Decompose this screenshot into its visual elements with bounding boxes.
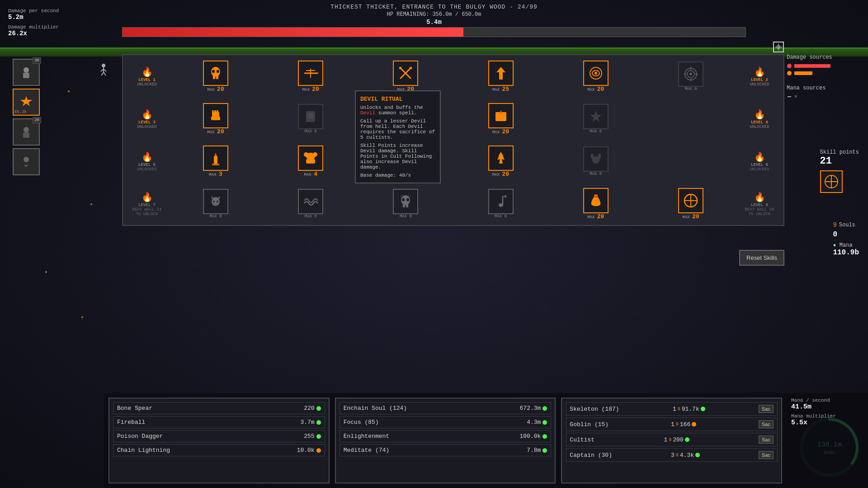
char-icon-1[interactable]: 30: [13, 59, 40, 86]
buffs-panel: Enchain Soul (124) 672.3m Focus (85) 4.3…: [335, 398, 556, 483]
minion-goblin[interactable]: Goblin (15) 19 166 Sac: [566, 418, 778, 431]
skill-cat-demon[interactable]: MAX 0: [169, 189, 262, 219]
cultist-dot: [685, 437, 689, 442]
level-6-unlock: 🔥 LEVEL 6 UNLOCKED: [739, 151, 780, 172]
skill-max-2: MAX 20: [302, 86, 319, 93]
fireball-dot: [316, 420, 321, 425]
focus-dot: [542, 420, 547, 425]
svg-point-85: [787, 71, 792, 75]
muscle-box[interactable]: [298, 145, 323, 171]
skill-starburst[interactable]: MAX 0: [549, 104, 642, 134]
ram-horns-box[interactable]: [583, 146, 609, 172]
skill-scroll[interactable]: MAX 0: [264, 104, 357, 134]
skill-crossbow[interactable]: MAX 20: [264, 61, 357, 93]
skill-max-ram: MAX 0: [590, 172, 602, 176]
dps-value: 5.2m: [8, 14, 59, 21]
minion-captain[interactable]: Captain (30) 39 4.3k Sac: [566, 448, 778, 462]
fist-box[interactable]: [203, 103, 228, 128]
svg-point-61: [304, 152, 308, 157]
cat-demon-box[interactable]: [203, 189, 228, 214]
reset-skills-button[interactable]: Reset Skills: [739, 250, 784, 266]
minion-skeleton[interactable]: Skeleton (187) 19 91.7k Sac: [566, 402, 778, 416]
mana-row: ● Mana: [833, 242, 859, 249]
skill-max-skull-ornate: MAX 0: [400, 214, 412, 219]
poison-dagger-dot: [316, 434, 321, 439]
spell-bone-spear[interactable]: Bone Spear 220: [113, 402, 325, 414]
crossbow-icon-box[interactable]: [298, 61, 323, 86]
enchain-soul-value: 672.3m: [520, 405, 547, 412]
spell-chain-lightning[interactable]: Chain Lightning 10.0k: [113, 444, 325, 456]
svg-rect-80: [594, 194, 598, 198]
musical-note-box[interactable]: [488, 189, 514, 214]
skill-muscle[interactable]: MAX 4: [264, 145, 357, 178]
meditate-name: Meditate (74): [344, 447, 389, 454]
skill-skull[interactable]: MAX 20: [169, 61, 262, 93]
skill-crossed-swords[interactable]: MAX 20: [359, 61, 452, 93]
skill-target[interactable]: MAX 0: [644, 61, 737, 91]
skill-circle-cross[interactable]: MAX 20: [644, 188, 737, 220]
skill-book-fire[interactable]: MAX 20: [454, 103, 547, 135]
char-icon-3[interactable]: 20: [13, 118, 40, 145]
focus-name: Focus (85): [344, 419, 379, 426]
skull-ornate-box[interactable]: [393, 189, 418, 214]
potion-box[interactable]: [583, 188, 609, 213]
fireball-name: Fireball: [117, 419, 145, 426]
top-header: THICKEST THICKET, ENTRANCE TO THE BULGY …: [0, 0, 868, 47]
focus-value: 4.3m: [527, 419, 547, 426]
left-panel: 30 65.2k 20: [13, 59, 49, 175]
goblin-dot: [692, 422, 696, 427]
minion-cultist[interactable]: Cultist 19 200 Sac: [566, 433, 778, 446]
svg-rect-76: [406, 204, 408, 207]
svg-point-34: [689, 73, 692, 75]
mana-multiplier-label: Mana multiplier: [791, 413, 863, 419]
svg-rect-26: [399, 67, 401, 69]
svg-point-77: [402, 198, 405, 202]
skill-flame-small[interactable]: MAX 20: [454, 145, 547, 178]
spell-poison-dagger[interactable]: Poison Dagger 255: [113, 430, 325, 442]
eye-circle-box[interactable]: [583, 61, 609, 86]
skill-candle[interactable]: MAX 3: [169, 145, 262, 178]
bottom-panels: Bone Spear 220 Fireball 3.7m Poison Dagg…: [104, 393, 787, 488]
scroll-box[interactable]: [298, 104, 323, 129]
char-icon-4[interactable]: [13, 148, 40, 175]
flame-small-box[interactable]: [488, 145, 514, 171]
skill-wave[interactable]: MAX 0: [264, 189, 357, 219]
candle-box[interactable]: [203, 145, 228, 171]
mana-per-second-value: 41.5m: [791, 403, 863, 411]
skull-icon-box[interactable]: [203, 61, 228, 86]
skill-arrow-up[interactable]: MAX 25: [454, 61, 547, 93]
buff-focus[interactable]: Focus (85) 4.3m: [340, 416, 552, 428]
svg-point-79: [499, 203, 503, 207]
target-box[interactable]: [678, 61, 703, 87]
svg-point-0: [102, 64, 105, 67]
skeleton-value: 19 91.7k: [673, 406, 705, 413]
skeleton-sac-button[interactable]: Sac: [759, 405, 774, 413]
skill-musical-note[interactable]: MAX 0: [454, 189, 547, 219]
cultist-sac-button[interactable]: Sac: [759, 436, 774, 444]
skill-eye-circle[interactable]: MAX 20: [549, 61, 642, 93]
svg-point-18: [212, 70, 215, 73]
skill-fist[interactable]: MAX 20: [169, 103, 262, 135]
skill-skull-ornate[interactable]: MAX 0: [359, 189, 452, 219]
hp-bar-fill: [123, 28, 463, 37]
skill-max-1: MAX 20: [207, 86, 224, 93]
captain-sac-button[interactable]: Sac: [759, 451, 774, 459]
multiplier-label: Damage multiplier: [8, 24, 59, 30]
book-fire-box[interactable]: [488, 103, 514, 128]
arrow-up-box[interactable]: [488, 61, 514, 86]
char-icon-2[interactable]: 65.2k: [13, 89, 40, 116]
spells-panel: Bone Spear 220 Fireball 3.7m Poison Dagg…: [108, 398, 330, 483]
buff-enlightenment[interactable]: Enlightenment 100.0k: [340, 430, 552, 442]
wave-box[interactable]: [298, 189, 323, 214]
skill-point-icon[interactable]: [820, 170, 843, 193]
skill-max-candle: MAX 3: [209, 171, 222, 178]
skill-ram-horns[interactable]: MAX 0: [549, 146, 642, 176]
buff-meditate[interactable]: Meditate (74) 7.8m: [340, 444, 552, 456]
spell-fireball[interactable]: Fireball 3.7m: [113, 416, 325, 428]
skill-potion[interactable]: MAX 20: [549, 188, 642, 220]
crossed-swords-box[interactable]: [393, 61, 418, 86]
goblin-sac-button[interactable]: Sac: [759, 420, 774, 428]
buff-enchain-soul[interactable]: Enchain Soul (124) 672.3m: [340, 402, 552, 414]
circle-cross-box[interactable]: [678, 188, 703, 213]
starburst-box[interactable]: [583, 104, 609, 129]
